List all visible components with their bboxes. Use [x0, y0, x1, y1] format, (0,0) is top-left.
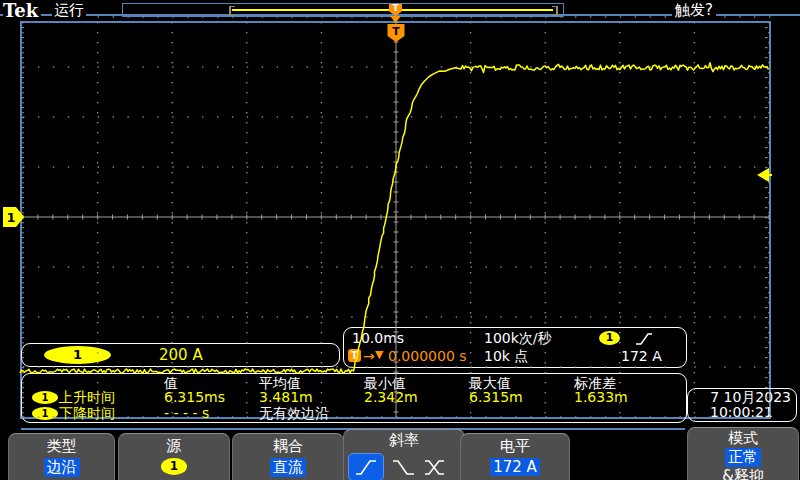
graticule: [22, 16, 771, 418]
menu-level-label: 电平: [461, 437, 569, 456]
menu-mode-label: 模式: [688, 429, 798, 448]
record-view-bar[interactable]: T: [122, 3, 564, 17]
menu-coupling-button[interactable]: 耦合 直流: [232, 433, 344, 480]
both-edges-icon[interactable]: [422, 457, 452, 477]
rising-edge-selected-icon[interactable]: [348, 453, 384, 480]
channel1-position-marker[interactable]: 1: [3, 207, 24, 227]
menu-type-button[interactable]: 类型 边沿: [8, 433, 115, 480]
oscilloscope-screen: Tek 运行 触发? T 1 200 A 10.0ms 100k次/秒 1 T …: [0, 0, 800, 480]
falling-edge-icon[interactable]: [390, 457, 418, 477]
trigger-position-flag-icon[interactable]: T: [388, 24, 405, 42]
record-trigger-flag-icon[interactable]: T: [389, 4, 402, 16]
menu-coupling-value: 直流: [270, 458, 306, 477]
trigger-status: 触发?: [672, 2, 716, 19]
menu-type-value: 边沿: [44, 458, 80, 477]
menu-level-button[interactable]: 电平 172 A: [460, 433, 570, 480]
menu-source-label: 源: [119, 437, 229, 456]
svg-text:T: T: [392, 25, 400, 38]
record-left-bracket: [229, 6, 235, 16]
menu-source-button[interactable]: 源 1: [118, 433, 230, 480]
waveform-display: T1: [0, 0, 800, 480]
menu-slope-button[interactable]: 斜率: [343, 429, 465, 480]
svg-text:1: 1: [6, 210, 15, 225]
ch1-trace: [20, 63, 769, 373]
menu-mode-value: 正常: [725, 448, 761, 467]
menu-coupling-label: 耦合: [233, 437, 343, 456]
record-right-bracket: [552, 6, 558, 16]
menu-slope-label: 斜率: [344, 431, 464, 450]
menu-mode-button[interactable]: 模式 正常 &释抑: [687, 427, 799, 480]
acquisition-status: 运行: [52, 2, 86, 19]
menu-type-label: 类型: [9, 437, 114, 456]
menu-level-value: 172 A: [490, 458, 540, 476]
tek-logo: Tek: [3, 1, 41, 21]
menu-source-channel-badge: 1: [161, 458, 187, 475]
trigger-level-arrow-icon[interactable]: [757, 168, 772, 182]
menu-mode-value2: &释抑: [688, 467, 798, 480]
